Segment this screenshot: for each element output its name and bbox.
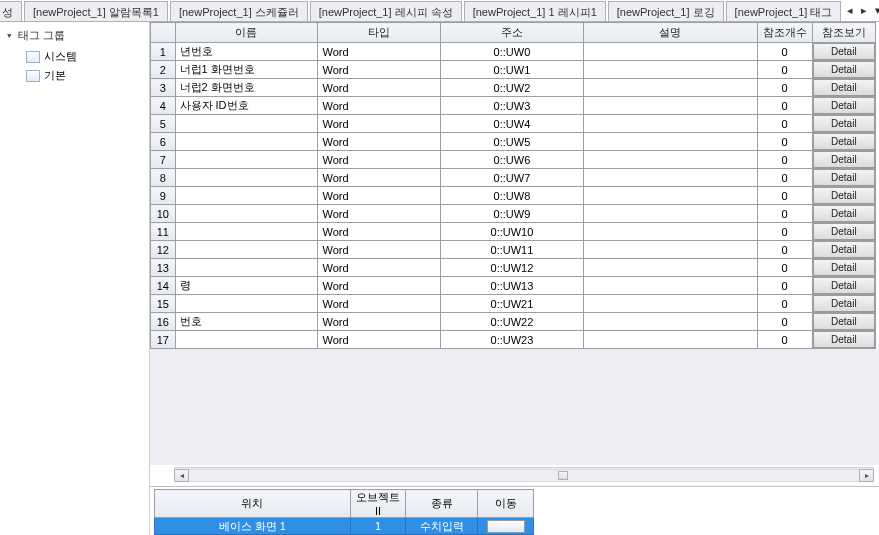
table-row[interactable]: 4사용자 ID번호Word0::UW30Detail	[151, 97, 876, 115]
cell-name[interactable]	[175, 295, 318, 313]
cell-desc[interactable]	[583, 43, 757, 61]
cell-name[interactable]: 령	[175, 277, 318, 295]
table-row[interactable]: 10Word0::UW90Detail	[151, 205, 876, 223]
cell-type[interactable]: Word	[318, 295, 441, 313]
col-header-kind[interactable]: 종류	[406, 490, 478, 518]
tree-item-default[interactable]: 기본	[26, 66, 149, 85]
table-row[interactable]: 9Word0::UW80Detail	[151, 187, 876, 205]
cell-addr[interactable]: 0::UW9	[440, 205, 583, 223]
cell-addr[interactable]: 0::UW7	[440, 169, 583, 187]
row-number[interactable]: 6	[151, 133, 176, 151]
detail-button[interactable]: Detail	[813, 187, 875, 204]
detail-button[interactable]: Detail	[813, 79, 875, 96]
table-row[interactable]: 15Word0::UW210Detail	[151, 295, 876, 313]
cell-refcnt[interactable]: 0	[757, 43, 812, 61]
row-number[interactable]: 1	[151, 43, 176, 61]
detail-button[interactable]: Detail	[813, 61, 875, 78]
cell-desc[interactable]	[583, 205, 757, 223]
cell-refcnt[interactable]: 0	[757, 115, 812, 133]
cell-addr[interactable]: 0::UW22	[440, 313, 583, 331]
cell-type[interactable]: Word	[318, 331, 441, 349]
cell-desc[interactable]	[583, 223, 757, 241]
move-button[interactable]: 》	[487, 520, 525, 533]
tab-partial[interactable]: 성	[0, 1, 22, 21]
row-number[interactable]: 2	[151, 61, 176, 79]
detail-button[interactable]: Detail	[813, 169, 875, 186]
cell-name[interactable]: 너럽2 화면번호	[175, 79, 318, 97]
cell-name[interactable]: 너럽1 화면번호	[175, 61, 318, 79]
col-header-addr[interactable]: 주소	[440, 23, 583, 43]
detail-button[interactable]: Detail	[813, 115, 875, 132]
cell-desc[interactable]	[583, 259, 757, 277]
cell-refcnt[interactable]: 0	[757, 79, 812, 97]
col-header-loc[interactable]: 위치	[155, 490, 351, 518]
cell-refcnt[interactable]: 0	[757, 61, 812, 79]
cell-type[interactable]: Word	[318, 277, 441, 295]
cell-type[interactable]: Word	[318, 97, 441, 115]
cell-name[interactable]	[175, 151, 318, 169]
cell-name[interactable]: 번호	[175, 313, 318, 331]
cell-name[interactable]	[175, 259, 318, 277]
table-row[interactable]: 5Word0::UW40Detail	[151, 115, 876, 133]
tab-recipe-attr[interactable]: [newProject_1] 레시피 속성	[310, 1, 462, 21]
cell-name[interactable]	[175, 133, 318, 151]
table-row[interactable]: 11Word0::UW100Detail	[151, 223, 876, 241]
row-number[interactable]: 14	[151, 277, 176, 295]
table-row[interactable]: 14령Word0::UW130Detail	[151, 277, 876, 295]
cell-type[interactable]: Word	[318, 79, 441, 97]
cell-desc[interactable]	[583, 169, 757, 187]
detail-button[interactable]: Detail	[813, 259, 875, 276]
col-header-move[interactable]: 이동	[478, 490, 534, 518]
detail-button[interactable]: Detail	[813, 97, 875, 114]
cell-addr[interactable]: 0::UW13	[440, 277, 583, 295]
horizontal-scrollbar[interactable]: ◂ ▸	[174, 467, 874, 482]
row-number[interactable]: 9	[151, 187, 176, 205]
scroll-left-icon[interactable]: ◂	[174, 469, 189, 482]
row-number[interactable]: 10	[151, 205, 176, 223]
cell-type[interactable]: Word	[318, 313, 441, 331]
table-row[interactable]: 12Word0::UW110Detail	[151, 241, 876, 259]
cell-addr[interactable]: 0::UW8	[440, 187, 583, 205]
tab-scroll-right-icon[interactable]: ▸	[857, 4, 871, 17]
cell-desc[interactable]	[583, 79, 757, 97]
cell-refcnt[interactable]: 0	[757, 295, 812, 313]
cell-addr[interactable]: 0::UW10	[440, 223, 583, 241]
cell-type[interactable]: Word	[318, 115, 441, 133]
scroll-thumb[interactable]	[558, 471, 568, 480]
detail-button[interactable]: Detail	[813, 223, 875, 240]
cell-addr[interactable]: 0::UW23	[440, 331, 583, 349]
cell-refcnt[interactable]: 0	[757, 205, 812, 223]
cell-desc[interactable]	[583, 295, 757, 313]
cell-type[interactable]: Word	[318, 223, 441, 241]
cell-type[interactable]: Word	[318, 151, 441, 169]
table-row[interactable]: 7Word0::UW60Detail	[151, 151, 876, 169]
table-row[interactable]: 8Word0::UW70Detail	[151, 169, 876, 187]
cell-type[interactable]: Word	[318, 169, 441, 187]
cell-refcnt[interactable]: 0	[757, 187, 812, 205]
table-row[interactable]: 13Word0::UW120Detail	[151, 259, 876, 277]
cell-name[interactable]	[175, 223, 318, 241]
row-number[interactable]: 16	[151, 313, 176, 331]
cell-refcnt[interactable]: 0	[757, 223, 812, 241]
row-number[interactable]: 5	[151, 115, 176, 133]
tab-scroll-left-icon[interactable]: ◂	[843, 4, 857, 17]
cell-name[interactable]	[175, 115, 318, 133]
cell-addr[interactable]: 0::UW6	[440, 151, 583, 169]
detail-button[interactable]: Detail	[813, 43, 875, 60]
cell-refcnt[interactable]: 0	[757, 259, 812, 277]
cell-name[interactable]: 사용자 ID번호	[175, 97, 318, 115]
cell-name[interactable]	[175, 169, 318, 187]
col-header-refcnt[interactable]: 참조개수	[757, 23, 812, 43]
tab-tag[interactable]: [newProject_1] 태그	[726, 1, 842, 21]
cell-refcnt[interactable]: 0	[757, 97, 812, 115]
col-header-type[interactable]: 타입	[318, 23, 441, 43]
cell-desc[interactable]	[583, 313, 757, 331]
cell-refcnt[interactable]: 0	[757, 241, 812, 259]
cell-refcnt[interactable]: 0	[757, 313, 812, 331]
detail-button[interactable]: Detail	[813, 151, 875, 168]
cell-refcnt[interactable]: 0	[757, 169, 812, 187]
cell-addr[interactable]: 0::UW4	[440, 115, 583, 133]
cell-addr[interactable]: 0::UW3	[440, 97, 583, 115]
cell-type[interactable]: Word	[318, 205, 441, 223]
cell-refcnt[interactable]: 0	[757, 133, 812, 151]
